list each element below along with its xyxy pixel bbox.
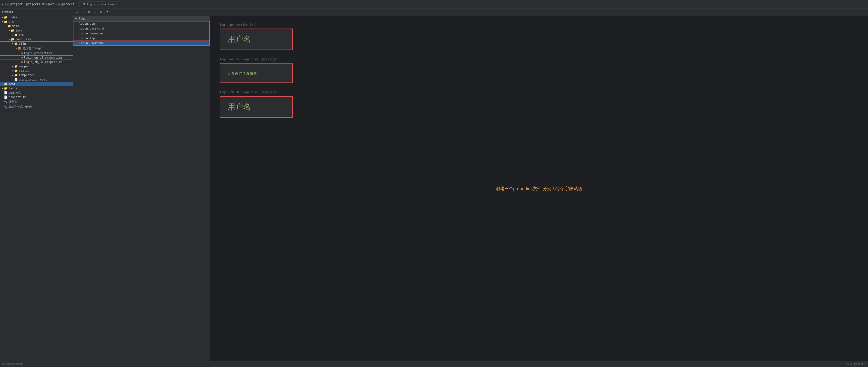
- sidebar-item-main[interactable]: ▼📁main: [0, 24, 73, 28]
- tree-arrow-i18n[interactable]: ▼: [11, 42, 14, 45]
- editor-toolbar: + ↕ ⊞ • ⚙ ?: [73, 9, 868, 16]
- tree-label-java: java: [16, 29, 23, 32]
- props-tree-items: login.btnlogin.passwordlogin.rememberlog…: [73, 21, 210, 45]
- tree-label-mapper: mapper: [19, 65, 29, 68]
- tree-icon-java: 📁: [11, 29, 14, 32]
- tree-icon-application: 📄: [14, 78, 18, 81]
- sidebar-item-target[interactable]: ▶📁target: [0, 86, 73, 91]
- props-item-login-password[interactable]: login.password: [73, 26, 210, 31]
- tree-arrow-target[interactable]: ▶: [1, 87, 4, 90]
- tree-label-src: src: [8, 20, 14, 24]
- tree-arrow-mapper[interactable]: ▶: [11, 65, 14, 68]
- tree-arrow-java[interactable]: ▼: [8, 29, 11, 32]
- preview-label-en-us: login_en_US.properties (英语/美国/): [220, 57, 858, 61]
- sidebar-item-com[interactable]: ▶📁com: [0, 33, 73, 37]
- sidebar-item-static[interactable]: ▶📁static: [0, 68, 73, 73]
- preview-section-en-us: login_en_US.properties (英语/美国/)username: [220, 57, 858, 83]
- tree-icon-static: 📁: [14, 69, 18, 72]
- sidebar-item-java[interactable]: ▼📁java: [0, 28, 73, 33]
- sidebar-item-login-bundle[interactable]: ▼📦资源包 'login': [0, 46, 73, 51]
- sidebar-item-resources[interactable]: ▼📁resources: [0, 37, 73, 41]
- tree-arrow-test[interactable]: ▶: [1, 83, 4, 85]
- layout-button[interactable]: ⊞: [87, 10, 91, 14]
- props-item-login-tip[interactable]: login.tip: [73, 36, 210, 41]
- tree-label-pom: pom.xml: [8, 91, 21, 94]
- sidebar-item-i18n[interactable]: ▼📁i18n: [0, 41, 73, 46]
- tab-label: login.properties: [87, 3, 115, 6]
- tree-label-login-zh: login_zh_CN.properties: [24, 60, 62, 64]
- sidebar: Project ▶📁.idea▼📁src▼📁main▼📁java▶📁com▼📁r…: [0, 9, 73, 361]
- props-tree-section: ▼ login login.btnlogin.passwordlogin.rem…: [73, 16, 210, 361]
- title-bar-left: ▼ ⬛ project [project] D:\java代码\prodect: [2, 2, 74, 6]
- tree-arrow-com[interactable]: ▶: [11, 34, 14, 36]
- sidebar-item-mapper[interactable]: ▶📁mapper: [0, 64, 73, 68]
- sidebar-item-application[interactable]: 📄application.yaml: [0, 78, 73, 82]
- preview-label-zh-cn: login_zh_CN.properties (中文/中国/): [220, 90, 858, 94]
- tree-label-external-libs: 外部库: [8, 100, 17, 104]
- tree-label-main: main: [12, 24, 19, 28]
- tree-icon-login-props: ⚙: [21, 52, 23, 55]
- bottom-bar: 草稿文件和控制台 CSDN @护享真欢: [0, 361, 868, 367]
- sidebar-item-login-en[interactable]: ⚙login_en_US.properties: [0, 55, 73, 60]
- tree-label-static: static: [19, 69, 29, 72]
- sidebar-item-idea[interactable]: ▶📁.idea: [0, 15, 73, 20]
- preview-section-default: login.properties (//)用户名: [220, 23, 858, 50]
- tree-arrow-templates[interactable]: ▶: [11, 74, 14, 77]
- tree-label-templates: templates: [19, 73, 35, 77]
- tree-icon-idea: 📁: [4, 16, 7, 19]
- preview-box-en-us: username: [220, 63, 293, 83]
- sidebar-header: Project: [0, 9, 73, 15]
- tree-label-login-props: login.properties: [24, 52, 52, 55]
- tree-label-test: test: [8, 82, 16, 86]
- sidebar-item-test[interactable]: ▶📁test: [0, 82, 73, 86]
- tab-close-btn[interactable]: ✕: [116, 3, 118, 6]
- preview-panel: login.properties (//)用户名login_en_US.prop…: [210, 16, 868, 361]
- sidebar-item-external-libs[interactable]: 🔧外部库: [0, 99, 73, 104]
- tree-icon-test: 📁: [4, 82, 7, 86]
- props-item-login-username[interactable]: login.username: [73, 41, 210, 45]
- tree-arrow-static[interactable]: ▶: [11, 69, 14, 72]
- annotation: 创建三个properties文件,分别为每个字段赋值: [496, 186, 582, 191]
- tree-icon-main: 📁: [7, 24, 11, 28]
- tab-login-properties[interactable]: 🗒 login.properties ✕: [79, 1, 121, 7]
- tree-icon-mapper: 📁: [14, 65, 18, 68]
- tree-arrow-main[interactable]: ▼: [4, 25, 7, 27]
- editor-content: ▼ login login.btnlogin.passwordlogin.rem…: [73, 16, 868, 361]
- title-bar-tabs: 🗒 login.properties ✕: [79, 1, 121, 7]
- dot-button[interactable]: •: [93, 10, 97, 14]
- tree-label-login-bundle: 资源包 'login': [22, 47, 45, 51]
- preview-sections: login.properties (//)用户名login_en_US.prop…: [220, 23, 858, 118]
- preview-text-zh-cn: 用户名: [227, 102, 251, 113]
- main-container: Project ▶📁.idea▼📁src▼📁main▼📁java▶📁com▼📁r…: [0, 9, 868, 361]
- preview-text-default: 用户名: [227, 34, 251, 45]
- tree-icon-login-en: ⚙: [21, 56, 23, 59]
- sidebar-item-login-props[interactable]: ⚙login.properties: [0, 51, 73, 55]
- sort-button[interactable]: ↕: [81, 10, 85, 14]
- tree-arrow-login-bundle[interactable]: ▼: [14, 47, 18, 50]
- preview-box-zh-cn: 用户名: [220, 96, 293, 118]
- props-item-login-btn[interactable]: login.btn: [73, 21, 210, 26]
- tree-arrow-src[interactable]: ▼: [1, 21, 4, 23]
- tree-icon-com: 📁: [14, 33, 18, 37]
- tree-label-scratch: 草稿文件和控制台: [8, 105, 32, 109]
- file-tree: ▶📁.idea▼📁src▼📁main▼📁java▶📁com▼📁resources…: [0, 15, 73, 110]
- sidebar-item-project-iml[interactable]: 📄project.iml: [0, 95, 73, 99]
- sidebar-item-scratch[interactable]: 🔧草稿文件和控制台: [0, 104, 73, 110]
- tree-arrow-resources[interactable]: ▼: [8, 38, 11, 40]
- project-icon: ⬛: [5, 3, 9, 6]
- props-tree-header-label: ▼ login: [75, 17, 88, 20]
- tree-icon-project-iml: 📄: [4, 95, 7, 99]
- sidebar-item-src[interactable]: ▼📁src: [0, 20, 73, 24]
- tree-icon-i18n: 📁: [14, 42, 18, 45]
- sidebar-item-templates[interactable]: ▶📁templates: [0, 73, 73, 78]
- help-button[interactable]: ?: [105, 10, 109, 14]
- add-button[interactable]: +: [75, 10, 79, 14]
- sidebar-item-pom[interactable]: 📄pom.xml: [0, 91, 73, 95]
- window-menu-icon[interactable]: ▼: [2, 3, 4, 6]
- props-item-login-remember[interactable]: login.remember: [73, 31, 210, 36]
- preview-label-default: login.properties (//): [220, 23, 858, 27]
- sidebar-item-login-zh[interactable]: ⚙login_zh_CN.properties: [0, 60, 73, 64]
- props-tree-header[interactable]: ▼ login: [73, 16, 210, 21]
- settings-button[interactable]: ⚙: [99, 10, 103, 14]
- tree-arrow-idea[interactable]: ▶: [1, 16, 4, 19]
